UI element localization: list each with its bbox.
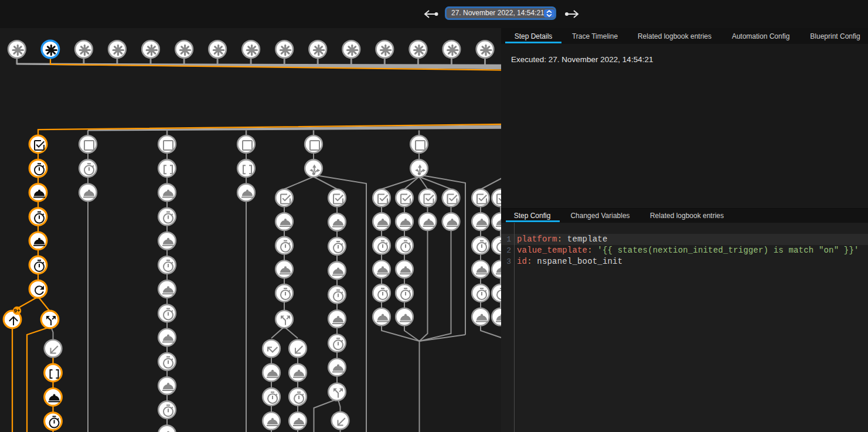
svg-text:9+: 9+: [14, 307, 21, 314]
